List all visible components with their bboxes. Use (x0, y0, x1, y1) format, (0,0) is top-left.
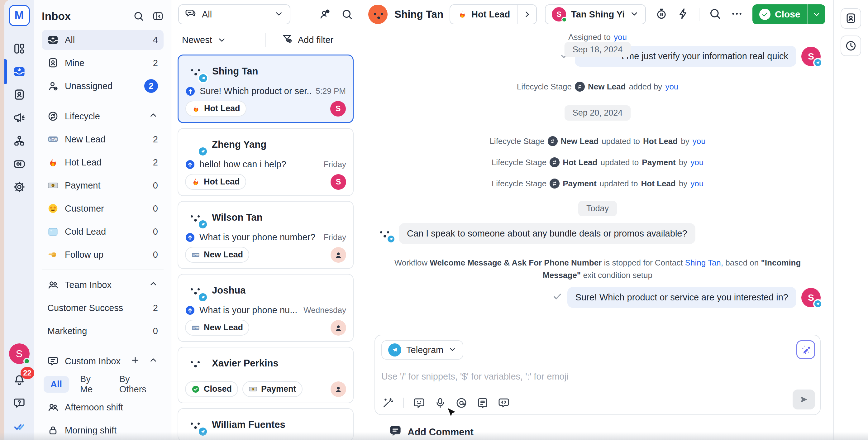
chat-filter-icon (185, 8, 196, 21)
plus-icon (130, 355, 140, 365)
telegram-channel-icon (813, 299, 823, 309)
search-icon[interactable] (133, 10, 144, 22)
message-bubble[interactable]: Sure! Which product or service are you i… (567, 287, 796, 308)
contact-details-button[interactable] (841, 8, 861, 29)
lifecycle-event: Lifecycle Stage Paymentupdated toHot Lea… (374, 179, 820, 189)
sidebar-item-marketing[interactable]: Marketing 0 (42, 321, 163, 341)
add-filter-button[interactable]: Add filter (266, 33, 349, 47)
lifecycle-stage-button[interactable]: Hot Lead (450, 4, 537, 24)
nav-reports-button[interactable] (11, 156, 27, 172)
message-preview: What is your phone nu... (199, 305, 299, 315)
emoji-icon[interactable] (413, 397, 425, 409)
sort-dropdown[interactable]: Newest (182, 35, 266, 45)
nav-contacts-button[interactable] (11, 87, 27, 103)
assignee-link[interactable]: you (690, 179, 704, 189)
assignee-link[interactable]: you (614, 32, 627, 42)
search-conversations-icon[interactable] (341, 8, 353, 20)
sidebar-item-afternoon-shift[interactable]: Afternoon shift (42, 397, 163, 417)
activity-history-button[interactable] (841, 35, 861, 56)
outgoing-arrow-icon (185, 160, 195, 169)
conversation-card-joshua[interactable]: Joshua What is your phone nu... Wednesda… (178, 274, 353, 342)
assignee-dropdown[interactable]: S Tan Shing Yi (545, 4, 646, 24)
tag-new-lead[interactable]: New Lead (185, 247, 249, 263)
conversation-list-panel: All Newest Add filter (172, 0, 360, 440)
tag-hot-lead[interactable]: Hot Lead (185, 174, 246, 190)
section-team-inbox[interactable]: Team Inbox (42, 275, 163, 295)
section-custom-inbox[interactable]: Custom Inbox (42, 351, 163, 371)
contact-avatar[interactable] (368, 5, 388, 24)
brand-logo-button[interactable] (11, 418, 27, 434)
nav-workflows-button[interactable] (11, 133, 27, 149)
shortcut-button[interactable] (677, 7, 689, 21)
sidebar-item-morning-shift[interactable]: Morning shift (42, 420, 163, 440)
conversation-card-shing-tan[interactable]: Shing Tan Sure! Which product or ser... … (178, 55, 353, 123)
voice-note-icon[interactable] (434, 397, 446, 409)
chevron-up-icon[interactable] (149, 111, 158, 122)
nav-inbox-button[interactable] (11, 64, 27, 80)
tab-by-me[interactable]: By Me (73, 371, 108, 398)
sidebar-item-customer-success[interactable]: Customer Success 2 (42, 298, 163, 318)
add-custom-inbox-button[interactable] (130, 355, 140, 367)
megaphone-icon (13, 112, 26, 124)
nav-broadcast-button[interactable] (11, 110, 27, 126)
composer-input[interactable]: Use '/' for snippets, '$' for variables,… (381, 372, 814, 382)
notifications-button[interactable]: 22 (11, 372, 27, 388)
sidebar-item-follow-up[interactable]: Follow up 0 (42, 245, 163, 264)
search-messages-button[interactable] (709, 7, 721, 21)
tab-all[interactable]: All (43, 376, 69, 392)
user-avatar[interactable]: S (9, 343, 30, 364)
sidebar-item-count: 0 (153, 326, 158, 336)
conversation-card-xavier-perkins[interactable]: Xavier Perkins Closed Payment (178, 347, 353, 403)
chevron-up-icon[interactable] (149, 279, 158, 291)
assignee-link[interactable]: you (665, 82, 678, 92)
close-conversation-button[interactable]: Close (752, 4, 825, 24)
sidebar-item-hot-lead[interactable]: Hot Lead 2 (42, 152, 163, 172)
assignee-link[interactable]: you (690, 158, 704, 167)
tag-payment[interactable]: Payment (242, 381, 303, 397)
sidebar-item-payment[interactable]: Payment 0 (42, 176, 163, 195)
contact-link[interactable]: Shing Tan, (685, 258, 723, 268)
collapse-panel-icon[interactable] (152, 10, 163, 22)
add-contact-icon[interactable] (319, 8, 331, 20)
ai-wand-icon[interactable] (382, 397, 394, 409)
reports-icon (13, 158, 26, 170)
channel-selector[interactable]: Telegram (381, 340, 463, 359)
sidebar-item-customer[interactable]: Customer 0 (42, 198, 163, 218)
snooze-button[interactable] (655, 7, 668, 21)
tag-closed[interactable]: Closed (185, 381, 238, 397)
add-comment-button[interactable]: Add Comment (374, 415, 820, 440)
more-options-button[interactable] (731, 7, 743, 21)
message-composer[interactable]: Telegram Use '/' for snippets, '$' for v… (374, 335, 820, 415)
sidebar-item-all[interactable]: All 4 (42, 30, 163, 50)
nav-settings-button[interactable] (11, 179, 27, 195)
channel-filter-select[interactable]: All (178, 4, 290, 24)
stage-label: Hot Lead (471, 9, 510, 20)
conversation-card-zheng-yang[interactable]: Zheng Yang hello! how can i help? Friday… (178, 128, 353, 196)
message-time: Friday (324, 232, 346, 242)
close-options-button[interactable] (808, 4, 825, 24)
sidebar-item-unassigned[interactable]: Unassigned 2 (42, 76, 163, 96)
canned-response-icon[interactable] (498, 397, 510, 409)
chevron-up-icon[interactable] (149, 355, 158, 367)
send-button[interactable] (793, 389, 815, 409)
assignee-link[interactable]: you (692, 136, 706, 146)
conversation-card-wilson-tan[interactable]: Wilson Tan What is your phone number? Fr… (178, 201, 353, 269)
snippet-icon[interactable] (477, 397, 489, 409)
section-lifecycle[interactable]: Lifecycle (42, 106, 163, 126)
nav-dashboard-button[interactable] (11, 40, 27, 57)
lifecycle-refresh-icon (550, 179, 560, 189)
message-bubble[interactable]: Can I speak to someone about any bundle … (399, 223, 695, 244)
conversation-card-william-fuentes[interactable]: William Fuentes (178, 408, 353, 440)
next-stage-button[interactable] (518, 5, 536, 24)
sidebar-item-count: 0 (153, 203, 158, 214)
ai-assist-button[interactable] (796, 340, 815, 359)
tag-new-lead[interactable]: New Lead (185, 320, 249, 336)
tab-by-others[interactable]: By Others (113, 371, 159, 398)
sidebar-item-cold-lead[interactable]: Cold Lead 0 (42, 222, 163, 242)
tag-hot-lead[interactable]: Hot Lead (185, 101, 246, 117)
sidebar-item-mine[interactable]: Mine 2 (42, 53, 163, 73)
sidebar-item-new-lead[interactable]: New Lead 2 (42, 129, 163, 149)
workspace-logo[interactable]: M (9, 5, 30, 26)
help-button[interactable] (11, 395, 27, 411)
user-initial: S (16, 348, 23, 359)
